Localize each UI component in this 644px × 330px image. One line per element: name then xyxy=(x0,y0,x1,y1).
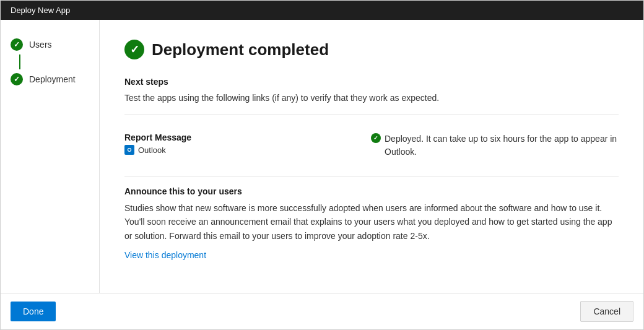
app-row: Report Message O Outlook Deployed. It ca… xyxy=(124,125,619,166)
view-deployment-link[interactable]: View this deployment xyxy=(124,250,206,260)
app-name: Report Message xyxy=(124,132,191,142)
sidebar-users-label: Users xyxy=(29,40,52,50)
modal-title: Deploy New App xyxy=(11,6,70,15)
deploy-status-check-icon xyxy=(371,133,381,143)
cancel-button[interactable]: Cancel xyxy=(580,301,633,322)
sidebar-deployment-label: Deployment xyxy=(29,74,76,84)
sidebar-item-deployment[interactable]: Deployment xyxy=(11,69,89,89)
next-steps-description: Test the apps using the following links … xyxy=(124,92,619,105)
sidebar-connector xyxy=(11,54,23,69)
deploy-status-text: Deployed. It can take up to six hours fo… xyxy=(385,132,619,158)
sidebar-item-users[interactable]: Users xyxy=(11,35,89,54)
app-info: Report Message O Outlook xyxy=(124,132,191,155)
deployment-check-icon xyxy=(11,73,23,85)
modal-container: Deploy New App Users Deployment xyxy=(0,0,644,330)
announce-section: Announce this to your users Studies show… xyxy=(124,186,619,260)
title-check-icon xyxy=(124,40,144,59)
content-area: Deployment completed Next steps Test the… xyxy=(124,40,619,278)
modal-header: Deploy New App xyxy=(1,1,643,20)
title-row: Deployment completed xyxy=(124,40,619,59)
divider-1 xyxy=(124,115,619,115)
page-title: Deployment completed xyxy=(152,40,329,59)
announce-title: Announce this to your users xyxy=(124,186,619,196)
app-platform: O Outlook xyxy=(124,145,191,155)
modal-body: Users Deployment Deployment completed xyxy=(1,20,643,293)
next-steps-title: Next steps xyxy=(124,77,619,87)
modal-footer: Done Cancel xyxy=(1,293,643,329)
deploy-status: Deployed. It can take up to six hours fo… xyxy=(371,132,619,158)
divider-2 xyxy=(124,176,619,176)
sidebar: Users Deployment xyxy=(1,20,100,293)
app-platform-label: Outlook xyxy=(138,145,166,155)
announce-description: Studies show that new software is more s… xyxy=(124,201,619,243)
outlook-icon: O xyxy=(124,145,134,155)
next-steps-section: Next steps Test the apps using the follo… xyxy=(124,77,619,105)
main-content: Deployment completed Next steps Test the… xyxy=(100,20,643,293)
done-button[interactable]: Done xyxy=(11,302,56,321)
users-check-icon xyxy=(11,38,23,51)
connector-line xyxy=(19,54,20,69)
